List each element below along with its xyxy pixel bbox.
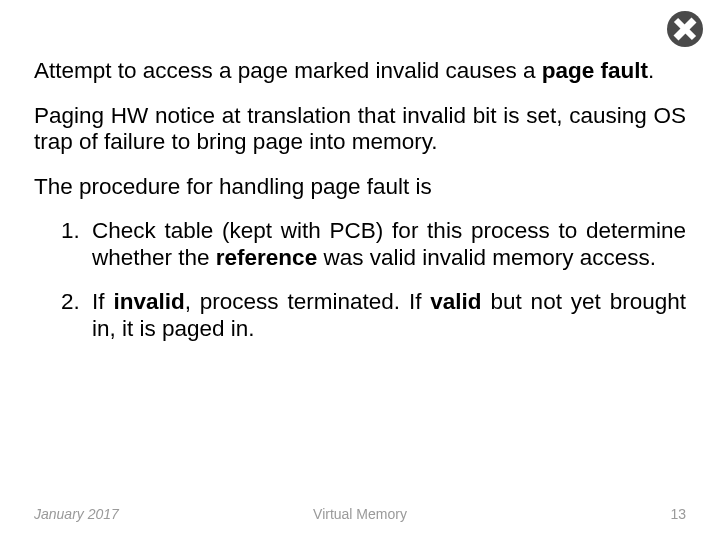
footer-title: Virtual Memory bbox=[34, 506, 686, 522]
term-page-fault: page fault bbox=[542, 58, 648, 83]
paragraph-2: Paging HW notice at translation that inv… bbox=[34, 103, 686, 156]
list-item: Check table (kept with PCB) for this pro… bbox=[86, 218, 686, 271]
slide-body: Attempt to access a page marked invalid … bbox=[34, 58, 686, 360]
procedure-list: Check table (kept with PCB) for this pro… bbox=[34, 218, 686, 342]
paragraph-3: The procedure for handling page fault is bbox=[34, 174, 686, 201]
slide-footer: January 2017 Virtual Memory 13 bbox=[34, 506, 686, 522]
term-valid: valid bbox=[430, 289, 481, 314]
slide: Attempt to access a page marked invalid … bbox=[0, 0, 720, 540]
text: Attempt to access a page marked invalid … bbox=[34, 58, 542, 83]
list-item: If invalid, process terminated. If valid… bbox=[86, 289, 686, 342]
paragraph-1: Attempt to access a page marked invalid … bbox=[34, 58, 686, 85]
text: If bbox=[92, 289, 113, 314]
text: was valid invalid memory access. bbox=[317, 245, 656, 270]
term-invalid: invalid bbox=[113, 289, 184, 314]
institution-logo-icon bbox=[662, 6, 708, 52]
text: . bbox=[648, 58, 654, 83]
text: , process terminated. If bbox=[185, 289, 431, 314]
term-reference: reference bbox=[216, 245, 317, 270]
